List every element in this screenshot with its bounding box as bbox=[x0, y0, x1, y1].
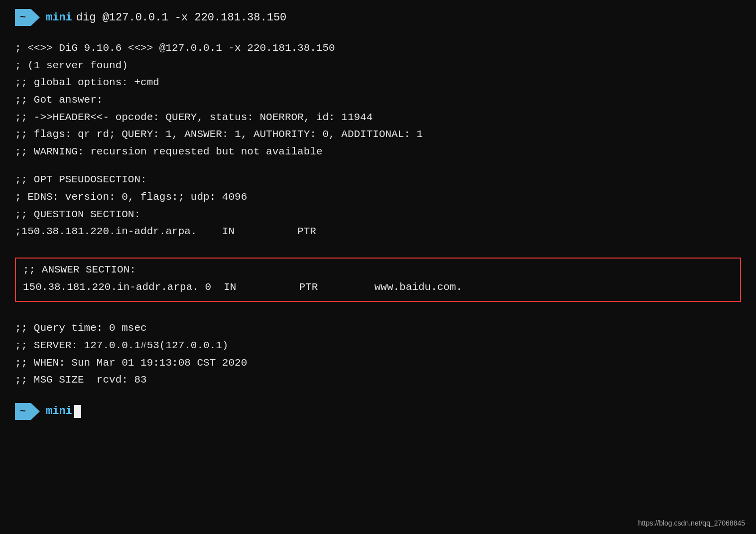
prompt-badge-2: ~ bbox=[15, 403, 40, 420]
spacer-3 bbox=[15, 309, 741, 320]
cursor bbox=[74, 405, 81, 418]
tilde-badge-2: ~ bbox=[15, 403, 31, 420]
output-line-11: ;150.38.181.220.in-addr.arpa. IN PTR bbox=[15, 223, 741, 241]
answer-data-line: 150.38.181.220.in-addr.arpa. 0 IN PTR ww… bbox=[23, 279, 733, 296]
prompt-line-1: ~ mini dig @127.0.0.1 -x 220.181.38.150 bbox=[15, 9, 741, 26]
terminal-window: ~ mini dig @127.0.0.1 -x 220.181.38.150 … bbox=[0, 0, 756, 534]
answer-section-box: ;; ANSWER SECTION: 150.38.181.220.in-add… bbox=[15, 258, 741, 302]
output-line-12: ;; Query time: 0 msec bbox=[15, 320, 741, 337]
tilde-badge: ~ bbox=[15, 9, 31, 26]
arrow-badge bbox=[31, 9, 40, 26]
output-line-2: ; (1 server found) bbox=[15, 57, 741, 75]
prompt-line-2: ~ mini bbox=[15, 403, 741, 420]
output-line-4: ;; Got answer: bbox=[15, 92, 741, 109]
output-line-6: ;; flags: qr rd; QUERY: 1, ANSWER: 1, AU… bbox=[15, 126, 741, 143]
spacer-1 bbox=[15, 160, 741, 171]
output-line-15: ;; MSG SIZE rcvd: 83 bbox=[15, 372, 741, 389]
prompt-badge-1: ~ bbox=[15, 9, 40, 26]
output-line-13: ;; SERVER: 127.0.0.1#53(127.0.0.1) bbox=[15, 337, 741, 355]
host-label-2: mini bbox=[46, 405, 72, 417]
answer-header-line: ;; ANSWER SECTION: bbox=[23, 262, 733, 279]
output-line-8: ;; OPT PSEUDOSECTION: bbox=[15, 171, 741, 189]
output-line-1: ; <<>> DiG 9.10.6 <<>> @127.0.0.1 -x 220… bbox=[15, 40, 741, 57]
command-text: dig @127.0.0.1 -x 220.181.38.150 bbox=[76, 11, 286, 24]
output-line-9: ; EDNS: version: 0, flags:; udp: 4096 bbox=[15, 189, 741, 206]
output-line-10: ;; QUESTION SECTION: bbox=[15, 206, 741, 224]
output-line-5: ;; ->>HEADER<<- opcode: QUERY, status: N… bbox=[15, 109, 741, 127]
output-line-7: ;; WARNING: recursion requested but not … bbox=[15, 143, 741, 161]
arrow-badge-2 bbox=[31, 403, 40, 420]
output-line-3: ;; global options: +cmd bbox=[15, 74, 741, 92]
watermark: https://blog.csdn.net/qq_27068845 bbox=[638, 519, 745, 527]
output-line-14: ;; WHEN: Sun Mar 01 19:13:08 CST 2020 bbox=[15, 355, 741, 372]
spacer-2 bbox=[15, 241, 741, 252]
host-label: mini bbox=[46, 11, 72, 24]
output-block: ; <<>> DiG 9.10.6 <<>> @127.0.0.1 -x 220… bbox=[15, 40, 741, 389]
